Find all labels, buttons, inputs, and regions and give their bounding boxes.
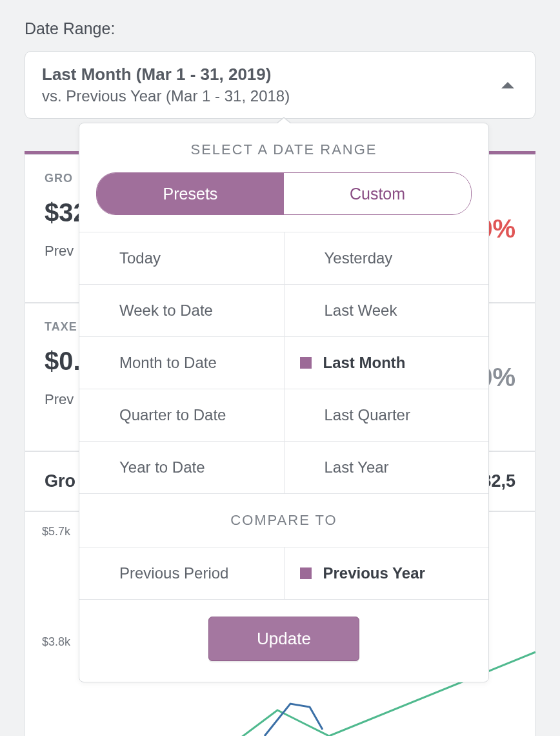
date-range-popover: SELECT A DATE RANGE Presets Custom Today… xyxy=(79,123,489,682)
preset-today[interactable]: Today xyxy=(79,232,284,285)
preset-quarter-to-date[interactable]: Quarter to Date xyxy=(79,389,284,442)
date-range-label: Date Range: xyxy=(25,19,535,38)
selected-indicator-icon xyxy=(300,357,312,369)
compare-title: COMPARE TO xyxy=(79,494,488,547)
summary-label: Gro xyxy=(45,471,75,491)
preset-grid: Today Yesterday Week to Date Last Week M… xyxy=(79,232,488,494)
tab-custom[interactable]: Custom xyxy=(284,173,471,214)
preset-custom-segment: Presets Custom xyxy=(96,172,472,215)
preset-last-year[interactable]: Last Year xyxy=(284,442,489,494)
compare-previous-period[interactable]: Previous Period xyxy=(79,547,284,600)
update-button[interactable]: Update xyxy=(208,617,359,661)
preset-last-quarter[interactable]: Last Quarter xyxy=(284,389,489,442)
popover-title: SELECT A DATE RANGE xyxy=(79,123,488,172)
date-range-selector[interactable]: Last Month (Mar 1 - 31, 2019) vs. Previo… xyxy=(25,51,535,119)
selected-indicator-icon xyxy=(300,567,312,579)
preset-last-week[interactable]: Last Week xyxy=(284,285,489,337)
selected-range-compare: vs. Previous Year (Mar 1 - 31, 2018) xyxy=(42,87,290,105)
chevron-up-icon xyxy=(501,82,514,88)
selected-range-primary: Last Month (Mar 1 - 31, 2019) xyxy=(42,65,290,85)
preset-week-to-date[interactable]: Week to Date xyxy=(79,285,284,337)
preset-month-to-date[interactable]: Month to Date xyxy=(79,337,284,389)
preset-last-month[interactable]: Last Month xyxy=(284,337,489,389)
compare-previous-year[interactable]: Previous Year xyxy=(284,547,489,600)
tab-presets[interactable]: Presets xyxy=(97,173,284,214)
preset-yesterday[interactable]: Yesterday xyxy=(284,232,489,285)
preset-year-to-date[interactable]: Year to Date xyxy=(79,442,284,494)
